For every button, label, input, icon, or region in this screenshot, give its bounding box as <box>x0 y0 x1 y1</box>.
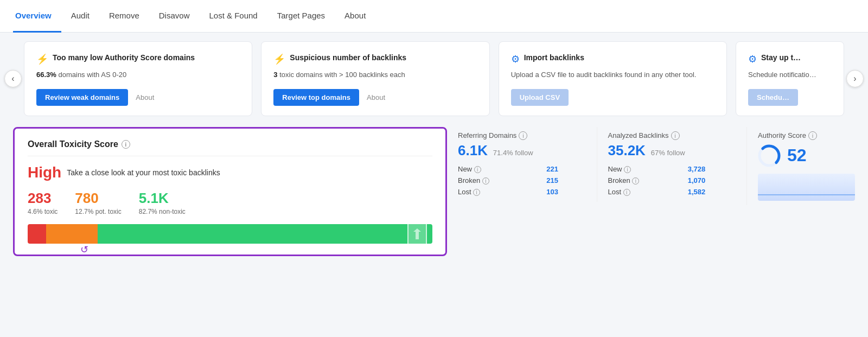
bar-arrow-icon: ↺ <box>80 244 88 256</box>
tstat-label-non-toxic: 82.7% non-toxic <box>139 208 186 215</box>
bar-green <box>98 224 432 244</box>
card-low-authority: ⚡ Too many low Authority Score domains 6… <box>24 41 252 116</box>
nav-lost-found[interactable]: Lost & Found <box>199 0 267 33</box>
toxicity-title: Overall Toxicity Score i <box>28 139 432 156</box>
authority-score-row: 52 <box>758 144 855 167</box>
nav-audit[interactable]: Audit <box>61 0 99 33</box>
authority-score-title: Authority Score i <box>758 131 855 140</box>
tstat-non-toxic: 5.1K 82.7% non-toxic <box>139 190 186 215</box>
card-desc-3: Upload a CSV file to audit backlinks fou… <box>511 69 714 80</box>
tstat-label-toxic: 4.6% toxic <box>28 208 58 215</box>
lost-info-icon-ab[interactable]: i <box>623 189 630 196</box>
card-desc: 66.3% domains with AS 0-20 <box>36 69 240 80</box>
referring-domains-follow: 71.4% follow <box>493 149 533 157</box>
bar-cursor-handle[interactable] <box>407 222 427 246</box>
authority-chart-line <box>758 194 855 195</box>
about-link-card1[interactable]: About <box>136 93 154 101</box>
card-actions: Review weak domains About <box>36 85 240 106</box>
referring-domains-block: Referring Domains i 6.1K 71.4% follow Ne… <box>458 127 597 202</box>
authority-score-value: 52 <box>787 145 807 166</box>
broken-info-icon-ab[interactable]: i <box>632 177 639 185</box>
bar-orange <box>46 224 98 244</box>
toxicity-stats: 283 4.6% toxic 780 12.7% pot. toxic 5.1K… <box>28 190 432 215</box>
analyzed-backlinks-title: Analyzed Backlinks i <box>608 131 738 140</box>
authority-score-label: Authority Score <box>758 131 806 139</box>
nav-remove[interactable]: Remove <box>99 0 149 33</box>
card-suspicious-backlinks: ⚡ Suspicious number of backlinks 3 toxic… <box>261 41 489 116</box>
bottom-section: Overall Toxicity Score i High Take a clo… <box>13 127 855 256</box>
cell-broken-value-ab: 1,070 <box>681 175 738 186</box>
table-row: Lost i 103 <box>458 186 588 198</box>
card-header-2: ⚡ Suspicious number of backlinks <box>273 53 477 65</box>
tstat-label-pot-toxic: 12.7% pot. toxic <box>75 208 121 215</box>
referring-domains-value-row: 6.1K 71.4% follow <box>458 142 588 159</box>
analyzed-backlinks-info-icon[interactable]: i <box>671 131 680 140</box>
tstat-val-pot-toxic: 780 <box>75 190 121 207</box>
card-title: Too many low Authority Score domains <box>53 53 195 62</box>
referring-domains-value: 6.1K <box>458 142 488 158</box>
cell-lost-label-ab: Lost i <box>608 186 681 198</box>
table-row: Broken i 1,070 <box>608 175 738 186</box>
cell-lost-value-ab: 1,582 <box>681 186 738 198</box>
navigation: Overview Audit Remove Disavow Lost & Fou… <box>0 0 868 33</box>
card-desc-bold: 66.3% <box>36 71 56 79</box>
review-top-domains-button[interactable]: Review top domains <box>273 89 359 106</box>
nav-target-pages[interactable]: Target Pages <box>267 0 335 33</box>
toxicity-level: High Take a close look at your most toxi… <box>28 164 432 181</box>
about-link-card2[interactable]: About <box>367 93 385 101</box>
analyzed-backlinks-block: Analyzed Backlinks i 35.2K 67% follow Ne… <box>597 127 747 202</box>
table-row: Lost i 1,582 <box>608 186 738 198</box>
authority-score-info-icon[interactable]: i <box>808 131 817 140</box>
referring-domains-table: New i 221 Broken i 215 Lost i 103 <box>458 163 588 198</box>
carousel-prev-button[interactable]: ‹ <box>4 70 22 87</box>
analyzed-backlinks-value: 35.2K <box>608 142 646 158</box>
main-content: ‹ ⚡ Too many low Authority Score domains… <box>0 33 868 269</box>
cell-new-label-ab: New i <box>608 163 681 175</box>
toxicity-card: Overall Toxicity Score i High Take a clo… <box>13 127 447 256</box>
card-desc-rest-2: toxic domains with > 100 backlinks each <box>278 71 405 79</box>
lost-info-icon[interactable]: i <box>473 189 480 196</box>
referring-domains-label: Referring Domains <box>458 131 516 139</box>
upload-csv-button[interactable]: Upload CSV <box>511 89 569 106</box>
toxicity-title-text: Overall Toxicity Score <box>28 139 118 149</box>
card-title-3: Import backlinks <box>524 53 584 62</box>
gear-icon-2: ⚙ <box>748 53 757 65</box>
nav-about[interactable]: About <box>335 0 375 33</box>
referring-domains-title: Referring Domains i <box>458 131 588 140</box>
new-info-icon[interactable]: i <box>474 166 481 173</box>
card-title-4: Stay up t… <box>761 53 801 62</box>
warning-icon: ⚡ <box>36 53 48 65</box>
card-desc-4: Schedule notificatio… <box>748 69 832 80</box>
table-row: New i 3,728 <box>608 163 738 175</box>
analyzed-backlinks-table: New i 3,728 Broken i 1,070 Lost i 1,582 <box>608 163 738 198</box>
authority-score-circle <box>758 144 781 167</box>
cell-broken-label: Broken i <box>458 175 540 186</box>
authority-score-chart <box>758 174 855 201</box>
card-desc-bold-2: 3 <box>273 71 277 79</box>
toxicity-level-value: High <box>28 164 61 181</box>
card-desc-rest: domains with AS 0-20 <box>56 71 126 79</box>
table-row: Broken i 215 <box>458 175 588 186</box>
new-info-icon-ab[interactable]: i <box>624 166 631 173</box>
carousel-next-button[interactable]: › <box>846 70 864 87</box>
nav-disavow[interactable]: Disavow <box>149 0 200 33</box>
nav-overview[interactable]: Overview <box>13 0 61 33</box>
cell-broken-value: 215 <box>540 175 588 186</box>
card-header: ⚡ Too many low Authority Score domains <box>36 53 240 65</box>
card-header-4: ⚙ Stay up t… <box>748 53 832 65</box>
schedule-button[interactable]: Schedu… <box>748 89 798 106</box>
toxicity-info-icon[interactable]: i <box>122 140 130 149</box>
cell-new-value-ab: 3,728 <box>681 163 738 175</box>
stats-panel: Referring Domains i 6.1K 71.4% follow Ne… <box>458 127 855 205</box>
cell-new-label: New i <box>458 163 540 175</box>
analyzed-backlinks-follow: 67% follow <box>651 149 685 157</box>
referring-domains-info-icon[interactable]: i <box>519 131 527 140</box>
tstat-val-toxic: 283 <box>28 190 58 207</box>
review-weak-domains-button[interactable]: Review weak domains <box>36 89 128 106</box>
toxicity-bar: ↺ <box>28 224 432 244</box>
table-row: New i 221 <box>458 163 588 175</box>
tstat-val-non-toxic: 5.1K <box>139 190 186 207</box>
cell-broken-label-ab: Broken i <box>608 175 681 186</box>
warning-icon-2: ⚡ <box>273 53 285 65</box>
broken-info-icon[interactable]: i <box>482 177 489 185</box>
